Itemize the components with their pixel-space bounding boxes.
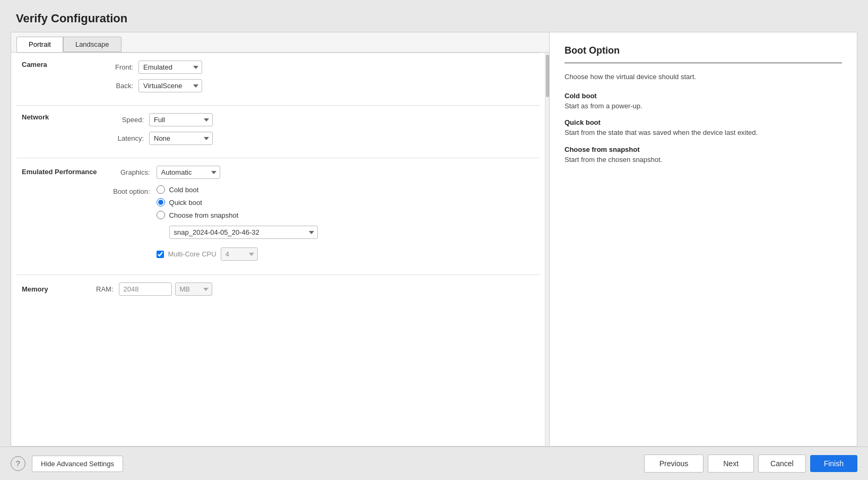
back-camera-dropdown[interactable]: VirtualScene None Emulated bbox=[138, 79, 202, 92]
finish-button[interactable]: Finish bbox=[810, 455, 857, 472]
snapshot-dropdown-wrap: snap_2024-04-05_20-46-32 bbox=[169, 226, 318, 239]
multicore-checkbox[interactable] bbox=[157, 251, 164, 258]
snapshot-boot-option[interactable]: Choose from snapshot bbox=[157, 211, 318, 219]
page-title: Verify Configuration bbox=[0, 0, 868, 32]
memory-section: Memory RAM: MB GB bbox=[11, 275, 545, 303]
network-section: Network Speed: Full GSM HSCSD GPRS EDGE bbox=[11, 106, 545, 158]
snapshot-dropdown[interactable]: snap_2024-04-05_20-46-32 bbox=[169, 226, 318, 239]
emulated-performance-label: Emulated Performance bbox=[22, 166, 97, 267]
graphics-dropdown[interactable]: Automatic Hardware Software bbox=[157, 166, 220, 179]
graphics-label: Graphics: bbox=[97, 168, 150, 176]
quick-boot-info-title: Quick boot bbox=[565, 118, 842, 126]
scrollbar-thumb bbox=[546, 55, 549, 97]
config-panel: Portrait Landscape Camera Front: Emulate… bbox=[11, 32, 550, 447]
back-camera-label: Back: bbox=[96, 82, 133, 90]
emulated-performance-section: Emulated Performance Graphics: Automatic… bbox=[11, 158, 545, 275]
network-speed-dropdown[interactable]: Full GSM HSCSD GPRS EDGE UMTS bbox=[149, 113, 213, 126]
latency-label: Latency: bbox=[96, 134, 144, 142]
landscape-tab[interactable]: Landscape bbox=[63, 37, 121, 52]
snapshot-boot-info-title: Choose from snapshot bbox=[565, 145, 842, 153]
network-latency-dropdown[interactable]: None GPRS EDGE UMTS bbox=[149, 132, 213, 145]
quick-boot-option[interactable]: Quick boot bbox=[157, 198, 318, 207]
scrollbar[interactable] bbox=[545, 53, 549, 446]
ram-label: RAM: bbox=[96, 285, 114, 293]
quick-boot-info: Quick boot Start from the state that was… bbox=[565, 118, 842, 138]
snapshot-boot-info: Choose from snapshot Start from the chos… bbox=[565, 145, 842, 165]
memory-section-label: Memory bbox=[22, 285, 96, 293]
snapshot-boot-label: Choose from snapshot bbox=[169, 211, 239, 219]
cancel-button[interactable]: Cancel bbox=[758, 455, 806, 473]
cold-boot-info-desc: Start as from a power-up. bbox=[565, 101, 842, 112]
network-label: Network bbox=[22, 113, 96, 121]
cold-boot-radio[interactable] bbox=[157, 185, 165, 194]
cold-boot-info: Cold boot Start as from a power-up. bbox=[565, 92, 842, 112]
orientation-tabs: Portrait Landscape bbox=[11, 32, 549, 53]
quick-boot-label: Quick boot bbox=[169, 199, 202, 207]
snapshot-boot-radio[interactable] bbox=[157, 211, 165, 219]
quick-boot-info-desc: Start from the state that was saved when… bbox=[565, 127, 842, 138]
previous-button[interactable]: Previous bbox=[644, 455, 704, 473]
portrait-tab[interactable]: Portrait bbox=[16, 37, 63, 52]
cold-boot-label: Cold boot bbox=[169, 186, 199, 194]
ram-unit-dropdown[interactable]: MB GB bbox=[175, 282, 212, 296]
speed-label: Speed: bbox=[96, 116, 144, 124]
next-button[interactable]: Next bbox=[708, 455, 754, 473]
multicore-row: Multi-Core CPU 4 1 2 8 bbox=[157, 247, 318, 261]
camera-section: Camera Front: Emulated None Webcam0 bbox=[11, 53, 545, 105]
cold-boot-option[interactable]: Cold boot bbox=[157, 185, 318, 194]
cold-boot-info-title: Cold boot bbox=[565, 92, 842, 100]
bottom-bar: ? Hide Advanced Settings Previous Next C… bbox=[0, 447, 868, 480]
help-button[interactable]: ? bbox=[11, 456, 25, 471]
boot-option-label: Boot option: bbox=[97, 185, 150, 195]
boot-option-description: Choose how the virtual device should sta… bbox=[565, 72, 842, 82]
camera-label: Camera bbox=[22, 61, 96, 68]
front-camera-dropdown[interactable]: Emulated None Webcam0 bbox=[138, 61, 202, 74]
cpu-count-dropdown[interactable]: 4 1 2 8 bbox=[221, 247, 258, 261]
quick-boot-radio[interactable] bbox=[157, 198, 165, 207]
ram-input[interactable] bbox=[119, 282, 172, 296]
front-camera-label: Front: bbox=[96, 63, 133, 71]
snapshot-boot-info-desc: Start from the chosen snapshot. bbox=[565, 155, 842, 165]
boot-option-title: Boot Option bbox=[565, 45, 842, 56]
hide-advanced-button[interactable]: Hide Advanced Settings bbox=[32, 456, 123, 472]
boot-option-panel: Boot Option Choose how the virtual devic… bbox=[550, 32, 857, 447]
multicore-label: Multi-Core CPU bbox=[168, 250, 216, 258]
